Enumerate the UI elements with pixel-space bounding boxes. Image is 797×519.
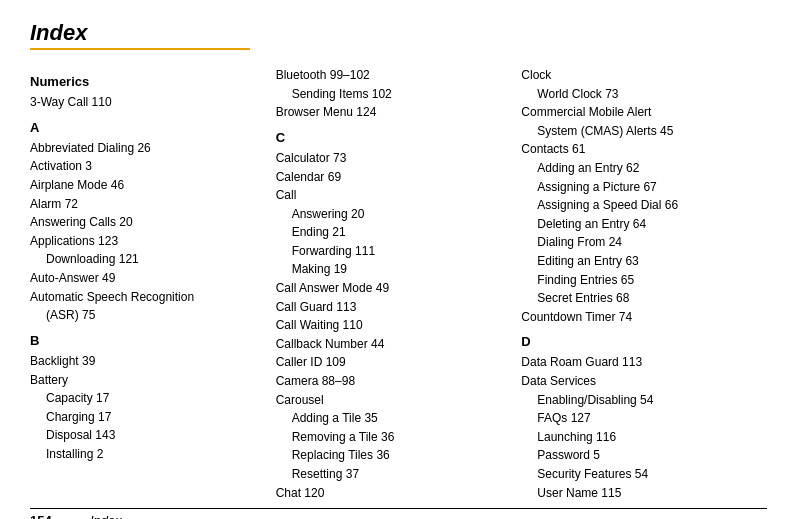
list-item: Camera 88–98	[276, 372, 512, 391]
list-item: Enabling/Disabling 54	[521, 391, 757, 410]
list-item: Clock	[521, 66, 757, 85]
section-letter: C	[276, 128, 512, 148]
list-item: Sending Items 102	[276, 85, 512, 104]
list-item: Caller ID 109	[276, 353, 512, 372]
list-item: Answering 20	[276, 205, 512, 224]
list-item: Call	[276, 186, 512, 205]
list-item: Security Features 54	[521, 465, 757, 484]
list-item: Call Waiting 110	[276, 316, 512, 335]
list-item: Forwarding 111	[276, 242, 512, 261]
list-item: Assigning a Speed Dial 66	[521, 196, 757, 215]
list-item: Disposal 143	[30, 426, 266, 445]
list-item: Installing 2	[30, 445, 266, 464]
list-item: Calculator 73	[276, 149, 512, 168]
list-item: Countdown Timer 74	[521, 308, 757, 327]
list-item: Removing a Tile 36	[276, 428, 512, 447]
list-item: Airplane Mode 46	[30, 176, 266, 195]
columns: Numerics3-Way Call 110AAbbreviated Diali…	[30, 66, 767, 502]
list-item: User Name 115	[521, 484, 757, 503]
column-3: ClockWorld Clock 73Commercial Mobile Ale…	[521, 66, 767, 502]
list-item: System (CMAS) Alerts 45	[521, 122, 757, 141]
list-item: Carousel	[276, 391, 512, 410]
list-item: Battery	[30, 371, 266, 390]
list-item: Call Answer Mode 49	[276, 279, 512, 298]
list-item: Data Roam Guard 113	[521, 353, 757, 372]
title-underline	[30, 48, 250, 50]
list-item: Data Services	[521, 372, 757, 391]
section-letter: Numerics	[30, 72, 266, 92]
list-item: Editing an Entry 63	[521, 252, 757, 271]
list-item: World Clock 73	[521, 85, 757, 104]
list-item: Launching 116	[521, 428, 757, 447]
list-item: Assigning a Picture 67	[521, 178, 757, 197]
list-item: FAQs 127	[521, 409, 757, 428]
list-item: Chat 120	[276, 484, 512, 503]
list-item: Making 19	[276, 260, 512, 279]
footer-page-number: 154	[30, 513, 90, 519]
list-item: Resetting 37	[276, 465, 512, 484]
list-item: Adding a Tile 35	[276, 409, 512, 428]
list-item: Applications 123	[30, 232, 266, 251]
title-section: Index	[30, 20, 767, 50]
list-item: Auto-Answer 49	[30, 269, 266, 288]
section-letter: D	[521, 332, 757, 352]
list-item: Abbreviated Dialing 26	[30, 139, 266, 158]
list-item: Calendar 69	[276, 168, 512, 187]
footer-label: Index	[90, 513, 122, 519]
list-item: Deleting an Entry 64	[521, 215, 757, 234]
list-item: Adding an Entry 62	[521, 159, 757, 178]
list-item: Secret Entries 68	[521, 289, 757, 308]
list-item: Replacing Tiles 36	[276, 446, 512, 465]
list-item: Dialing From 24	[521, 233, 757, 252]
list-item: 3-Way Call 110	[30, 93, 266, 112]
footer: 154 Index	[30, 508, 767, 519]
page: Index Numerics3-Way Call 110AAbbreviated…	[0, 0, 797, 519]
list-item: Ending 21	[276, 223, 512, 242]
list-item: Answering Calls 20	[30, 213, 266, 232]
list-item: Bluetooth 99–102	[276, 66, 512, 85]
list-item: Activation 3	[30, 157, 266, 176]
list-item: Finding Entries 65	[521, 271, 757, 290]
list-item: Browser Menu 124	[276, 103, 512, 122]
section-letter: B	[30, 331, 266, 351]
list-item: Capacity 17	[30, 389, 266, 408]
column-2: Bluetooth 99–102Sending Items 102Browser…	[276, 66, 522, 502]
list-item: Backlight 39	[30, 352, 266, 371]
list-item: Commercial Mobile Alert	[521, 103, 757, 122]
list-item: Alarm 72	[30, 195, 266, 214]
page-title: Index	[30, 20, 767, 46]
list-item: (ASR) 75	[30, 306, 266, 325]
column-1: Numerics3-Way Call 110AAbbreviated Diali…	[30, 66, 276, 502]
list-item: Password 5	[521, 446, 757, 465]
list-item: Charging 17	[30, 408, 266, 427]
list-item: Downloading 121	[30, 250, 266, 269]
list-item: Call Guard 113	[276, 298, 512, 317]
list-item: Callback Number 44	[276, 335, 512, 354]
list-item: Contacts 61	[521, 140, 757, 159]
list-item: Automatic Speech Recognition	[30, 288, 266, 307]
section-letter: A	[30, 118, 266, 138]
